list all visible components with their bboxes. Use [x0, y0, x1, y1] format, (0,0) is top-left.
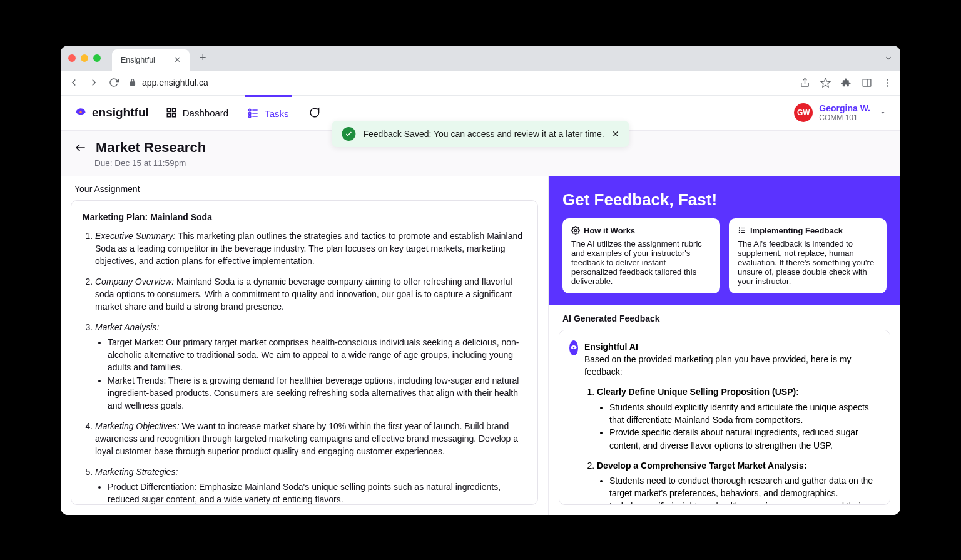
ai-name: Ensightful AI [584, 340, 880, 353]
your-assignment-label: Your Assignment [61, 176, 548, 200]
hero-title: Get Feedback, Fast! [562, 190, 887, 210]
doc-bullet: Product Differentiation: Emphasize Mainl… [108, 481, 526, 505]
nav-tasks-label: Tasks [265, 108, 288, 119]
doc-section: Market Analysis: Target Market: Our prim… [95, 321, 526, 412]
nav-dashboard[interactable]: Dashboard [163, 95, 231, 130]
nav-tasks[interactable]: Tasks [245, 95, 291, 130]
toast-feedback-saved: Feedback Saved: You can access and revie… [332, 121, 629, 147]
feedback-hero: Get Feedback, Fast! How it Works The AI … [549, 176, 900, 305]
svg-point-6 [887, 85, 888, 87]
nav-dashboard-label: Dashboard [183, 108, 228, 118]
ai-intro: Based on the provided marketing plan you… [584, 353, 880, 379]
back-button[interactable] [74, 141, 87, 154]
user-course: COMM 101 [819, 113, 870, 122]
doc-section: Marketing Objectives: We want to increas… [95, 420, 526, 458]
maximize-window-button[interactable] [93, 54, 101, 62]
main-split: Your Assignment Marketing Plan: Mainland… [61, 176, 900, 515]
url-text: app.ensightful.ca [142, 78, 208, 88]
how-it-works-card: How it Works The AI utilizes the assignm… [562, 218, 720, 293]
user-menu[interactable]: GW Georgina W. COMM 101 [794, 103, 887, 122]
check-circle-icon [342, 127, 355, 141]
ai-item: Develop a Comprehensive Target Market An… [597, 459, 880, 505]
close-window-button[interactable] [68, 54, 76, 62]
svg-rect-2 [863, 79, 871, 86]
avatar: GW [794, 103, 813, 122]
svg-point-19 [574, 229, 577, 232]
implementing-feedback-card: Implementing Feedback The AI's feedback … [729, 218, 887, 293]
ai-bullet: Students should explicitly identify and … [609, 401, 880, 427]
traffic-lights [68, 54, 101, 62]
svg-point-14 [249, 115, 251, 117]
doc-section: Company Overview: Mainland Soda is a dyn… [95, 275, 526, 313]
assignment-content[interactable]: Marketing Plan: Mainland Soda Executive … [71, 200, 538, 505]
forward-icon[interactable] [88, 77, 99, 88]
address-bar[interactable]: app.ensightful.ca [128, 78, 791, 88]
svg-marker-1 [821, 78, 830, 86]
app-header: ensightful Dashboard Tasks Feedback Save… [61, 96, 900, 131]
ai-feedback-content[interactable]: Ensightful AI Based on the provided mark… [559, 330, 890, 505]
gear-icon [571, 226, 580, 235]
extensions-icon[interactable] [841, 78, 852, 88]
assignment-panel: Your Assignment Marketing Plan: Mainland… [61, 176, 549, 515]
svg-point-24 [739, 230, 740, 230]
browser-window: Ensightful ✕ + app.ensightful.ca [61, 46, 900, 515]
doc-title: Marketing Plan: Mainland Soda [83, 211, 526, 223]
user-name: Georgina W. [819, 103, 870, 113]
svg-point-25 [739, 232, 740, 233]
svg-point-26 [573, 347, 574, 348]
due-text: Due: Dec 15 at 11:59pm [94, 158, 887, 168]
toolbar-icons [800, 78, 893, 88]
ai-item: Clearly Define Unique Selling Propositio… [597, 385, 880, 451]
ai-bullet: Students need to conduct thorough resear… [609, 474, 880, 500]
ai-avatar-icon [569, 340, 578, 355]
svg-point-13 [249, 112, 251, 114]
doc-section: Marketing Strategies: Product Differenti… [95, 466, 526, 505]
star-icon[interactable] [820, 78, 831, 88]
doc-bullet: Market Trends: There is a growing demand… [108, 374, 526, 412]
doc-bullet: Target Market: Our primary target market… [108, 336, 526, 374]
card-body: The AI utilizes the assignment rubric an… [571, 239, 711, 286]
tasks-icon [247, 107, 260, 120]
doc-section: Executive Summary: This marketing plan o… [95, 230, 526, 268]
svg-point-7 [79, 111, 81, 113]
svg-point-4 [887, 79, 888, 81]
svg-rect-8 [167, 108, 170, 111]
new-tab-button[interactable]: + [200, 51, 206, 64]
svg-point-23 [739, 228, 740, 228]
minimize-window-button[interactable] [81, 54, 88, 62]
card-body: The AI's feedback is intended to supplem… [738, 239, 878, 286]
dashboard-icon [165, 106, 178, 119]
lock-icon [128, 78, 137, 87]
share-icon[interactable] [800, 78, 810, 88]
brand-logo[interactable]: ensightful [74, 106, 149, 120]
page-title: Market Research [96, 140, 206, 156]
ai-bullet: Include specific insights on health-cons… [609, 500, 880, 505]
chrome-toolbar: app.ensightful.ca [61, 71, 900, 96]
nav-chat[interactable] [305, 95, 323, 130]
tab-title: Ensightful [121, 56, 155, 64]
list-icon [738, 226, 746, 235]
toast-close-icon[interactable]: ✕ [612, 129, 619, 139]
svg-rect-9 [172, 108, 175, 111]
chat-icon [308, 106, 320, 119]
toast-text: Feedback Saved: You can access and revie… [363, 129, 604, 139]
ai-bullet: Provide specific details about natural i… [609, 426, 880, 452]
sidepanel-icon[interactable] [862, 78, 872, 88]
svg-point-5 [887, 82, 888, 84]
chrome-tabstrip: Ensightful ✕ + [61, 46, 900, 71]
brand-mark-icon [74, 106, 87, 119]
svg-point-12 [249, 109, 251, 111]
svg-rect-11 [172, 114, 175, 117]
brand-text: ensightful [92, 106, 149, 120]
card-title: Implementing Feedback [750, 226, 843, 235]
kebab-menu-icon[interactable] [882, 78, 893, 88]
reload-icon[interactable] [108, 78, 119, 88]
svg-rect-10 [167, 114, 170, 117]
browser-tab[interactable]: Ensightful ✕ [112, 49, 190, 71]
card-title: How it Works [584, 226, 635, 235]
tabstrip-chevron-icon[interactable] [884, 54, 893, 63]
close-tab-icon[interactable]: ✕ [174, 55, 181, 64]
feedback-panel: Get Feedback, Fast! How it Works The AI … [549, 176, 900, 515]
back-icon[interactable] [68, 77, 79, 88]
chevron-down-icon [879, 109, 887, 116]
